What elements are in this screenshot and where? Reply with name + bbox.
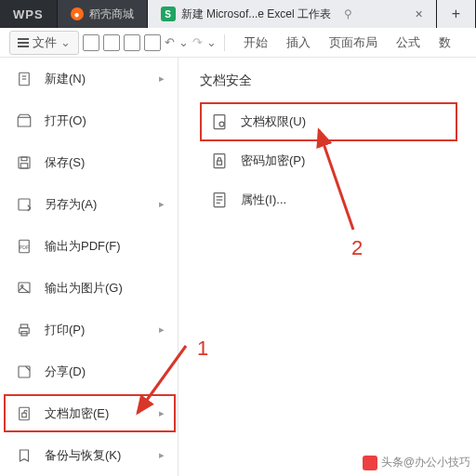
- ribbon-tab[interactable]: 插入: [286, 34, 311, 51]
- panel-item-label: 属性(I)...: [241, 192, 286, 208]
- panel-item-icon: [209, 151, 230, 171]
- watermark-logo-icon: [363, 456, 377, 470]
- doc-title: 新建 Microsof...e Excel 工作表: [181, 7, 331, 22]
- menu-item-icon: [15, 195, 33, 214]
- file-menu-item[interactable]: 新建(N)▸: [2, 58, 178, 99]
- file-label: 文件: [33, 34, 57, 51]
- panel-item-label: 密码加密(P): [241, 152, 305, 169]
- svg-rect-9: [19, 283, 30, 293]
- panel-item-icon: [209, 190, 230, 210]
- file-menu-item[interactable]: 打印(P)▸: [2, 309, 178, 350]
- svg-rect-12: [20, 324, 28, 328]
- menu-item-label: 打印(P): [45, 322, 85, 338]
- menu-item-icon: [15, 446, 33, 465]
- ribbon-tab[interactable]: 公式: [396, 34, 420, 51]
- svg-rect-16: [22, 413, 27, 417]
- menu-item-icon: [15, 279, 33, 298]
- toolbar-icon-4[interactable]: [144, 34, 161, 51]
- file-menu-item[interactable]: 另存为(A)▸: [2, 183, 178, 225]
- svg-rect-5: [20, 163, 28, 167]
- ribbon-tab[interactable]: 开始: [244, 34, 268, 51]
- menu-item-label: 输出为PDF(F): [45, 238, 121, 255]
- menu-item-icon: [15, 70, 33, 88]
- submenu-chevron-icon: ▸: [159, 73, 165, 85]
- menu-item-label: 打开(O): [45, 112, 86, 129]
- redo-icon[interactable]: ↷: [192, 35, 203, 49]
- toolbar-icon-1[interactable]: [83, 34, 99, 51]
- menu-item-label: 保存(S): [45, 154, 85, 171]
- excel-icon: S: [161, 7, 176, 21]
- chevron-down-icon: ⌄: [60, 35, 71, 49]
- watermark: 头条@办公小技巧: [363, 455, 470, 470]
- doko-label: 稻壳商城: [89, 7, 134, 22]
- svg-rect-14: [19, 366, 30, 377]
- wps-tab[interactable]: WPS: [0, 0, 58, 28]
- submenu-chevron-icon: ▸: [159, 324, 165, 336]
- security-panel-item[interactable]: 密码加密(P): [200, 141, 457, 180]
- chevron-down-icon[interactable]: ⌄: [178, 35, 189, 49]
- menu-item-icon: [15, 321, 33, 339]
- security-panel-item[interactable]: 属性(I)...: [200, 180, 457, 219]
- menu-item-label: 新建(N): [45, 71, 86, 87]
- doc-security-panel: 文档安全 文档权限(U)密码加密(P)属性(I)...: [181, 58, 476, 234]
- ribbon-tab[interactable]: 页面布局: [329, 34, 377, 51]
- menu-item-label: 分享(D): [45, 364, 86, 380]
- file-menu: 新建(N)▸打开(O)保存(S)另存为(A)▸PDF输出为PDF(F)输出为图片…: [2, 58, 178, 476]
- svg-rect-11: [20, 327, 30, 333]
- submenu-chevron-icon: ▸: [159, 198, 165, 210]
- file-menu-item[interactable]: 保存(S): [2, 141, 178, 183]
- undo-icon[interactable]: ↶: [165, 35, 175, 49]
- ribbon-tab[interactable]: 数: [439, 34, 451, 51]
- svg-text:PDF: PDF: [20, 245, 30, 250]
- svg-rect-15: [20, 407, 30, 420]
- divider: [224, 34, 225, 51]
- file-menu-item[interactable]: 打开(O): [2, 99, 178, 141]
- wps-label: WPS: [13, 7, 44, 21]
- new-tab-button[interactable]: +: [437, 0, 476, 28]
- document-tab[interactable]: S 新建 Microsof...e Excel 工作表 ⚲ ×: [148, 0, 437, 28]
- annotation-step1: 1: [197, 337, 208, 361]
- svg-point-18: [219, 122, 224, 126]
- security-panel-item[interactable]: 文档权限(U): [200, 102, 457, 141]
- svg-rect-20: [218, 161, 222, 165]
- pin-icon[interactable]: ⚲: [344, 7, 352, 20]
- file-menu-item[interactable]: 分享(D): [2, 350, 178, 392]
- title-bar: WPS ● 稻壳商城 S 新建 Microsof...e Excel 工作表 ⚲…: [0, 0, 476, 28]
- panel-title: 文档安全: [200, 73, 457, 89]
- submenu-chevron-icon: ▸: [159, 449, 165, 461]
- panel-item-icon: [209, 112, 230, 132]
- svg-rect-6: [19, 199, 30, 210]
- doko-tab[interactable]: ● 稻壳商城: [58, 0, 148, 28]
- file-menu-item[interactable]: PDF输出为PDF(F): [2, 225, 178, 267]
- menu-item-icon: [15, 153, 33, 172]
- svg-rect-4: [21, 157, 27, 161]
- panel-item-label: 文档权限(U): [241, 113, 306, 130]
- annotation-step2: 2: [351, 236, 363, 260]
- menu-item-label: 文档加密(E): [45, 405, 109, 422]
- close-icon[interactable]: ×: [415, 7, 422, 21]
- menu-item-label: 输出为图片(G): [45, 280, 123, 297]
- file-menu-item[interactable]: 输出为图片(G): [2, 267, 178, 309]
- file-menu-item[interactable]: 文档加密(E)▸: [2, 392, 178, 434]
- menu-item-icon: [15, 363, 33, 381]
- toolbar-icon-2[interactable]: [103, 34, 120, 51]
- flame-icon: ●: [71, 7, 84, 20]
- toolbar: 文件 ⌄ ↶ ⌄ ↷ ⌄ 开始 插入 页面布局 公式 数: [0, 28, 476, 58]
- toolbar-icon-3[interactable]: [124, 34, 140, 51]
- menu-item-label: 备份与恢复(K): [45, 447, 121, 464]
- body: 新建(N)▸打开(O)保存(S)另存为(A)▸PDF输出为PDF(F)输出为图片…: [0, 58, 476, 476]
- submenu-chevron-icon: ▸: [159, 407, 165, 419]
- svg-point-10: [21, 284, 23, 286]
- watermark-text: 头条@办公小技巧: [381, 455, 470, 470]
- menu-item-label: 另存为(A): [45, 196, 97, 213]
- file-button[interactable]: 文件 ⌄: [9, 31, 79, 55]
- ribbon-tabs: 开始 插入 页面布局 公式 数: [244, 34, 451, 51]
- hamburger-icon: [18, 38, 29, 47]
- file-menu-item[interactable]: 备份与恢复(K)▸: [2, 434, 178, 476]
- menu-item-icon: PDF: [15, 237, 33, 256]
- chevron-down-icon: ⌄: [206, 35, 217, 49]
- menu-item-icon: [15, 112, 33, 130]
- menu-item-icon: [15, 404, 33, 423]
